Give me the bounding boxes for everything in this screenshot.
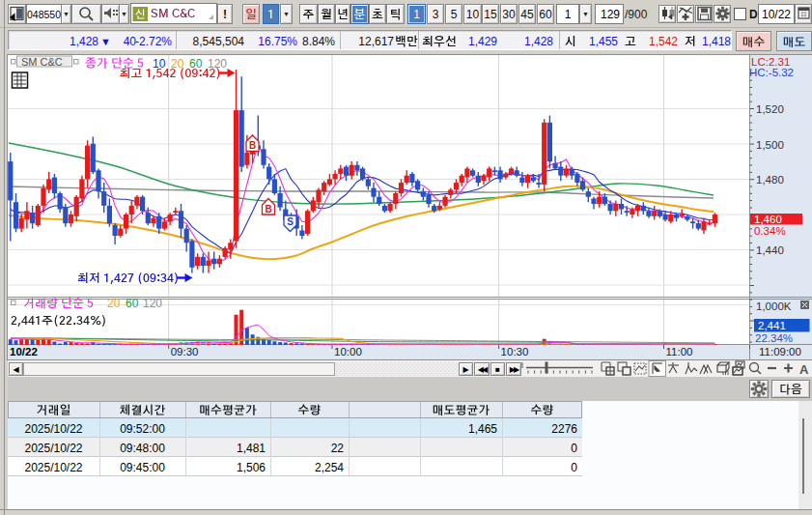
svg-text:20: 20 <box>107 297 121 310</box>
svg-text:10: 10 <box>153 57 166 71</box>
svg-text:S: S <box>287 216 294 227</box>
svg-text:1,460: 1,460 <box>754 214 782 225</box>
svg-text:B: B <box>265 204 271 215</box>
svg-text:10:00: 10:00 <box>334 346 362 358</box>
svg-text:1,480: 1,480 <box>756 174 784 186</box>
svg-text:B: B <box>249 140 256 151</box>
svg-text:11:00: 11:00 <box>666 346 693 358</box>
svg-text:60: 60 <box>189 57 203 71</box>
svg-text:2,441: 2,441 <box>758 320 786 331</box>
svg-text:120: 120 <box>208 57 227 71</box>
svg-text:10/22: 10/22 <box>10 346 38 358</box>
svg-text:HC:-5.32: HC:-5.32 <box>749 67 794 78</box>
svg-text:1,000K: 1,000K <box>756 300 792 312</box>
svg-text:60: 60 <box>126 297 139 310</box>
svg-text:0.34%: 0.34% <box>754 225 786 237</box>
svg-text:1,440: 1,440 <box>756 244 784 256</box>
svg-text:20: 20 <box>171 57 184 71</box>
svg-text:09:30: 09:30 <box>171 346 199 358</box>
svg-text:22.34%: 22.34% <box>755 332 793 344</box>
svg-text:120: 120 <box>143 297 162 310</box>
svg-text:1,520: 1,520 <box>756 103 784 115</box>
svg-text:10:30: 10:30 <box>501 346 529 358</box>
svg-text:SM C&C: SM C&C <box>21 56 63 68</box>
svg-text:11:09:00: 11:09:00 <box>759 346 801 358</box>
svg-text:1,500: 1,500 <box>756 139 784 151</box>
